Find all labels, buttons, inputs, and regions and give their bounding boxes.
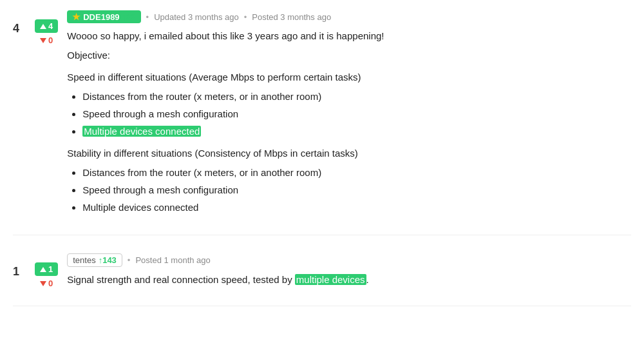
section2-list: Distances from the router (x meters, or … xyxy=(82,165,631,215)
post-body: Woooo so happy, i emailed about this lik… xyxy=(67,28,631,215)
intro-text-after: . xyxy=(366,274,369,285)
downvote-button-2[interactable]: 0 xyxy=(40,279,53,288)
list-item-highlighted: Multiple devices connected xyxy=(82,124,631,139)
section1-heading: Speed in different situations (Average M… xyxy=(67,70,631,85)
post-intro: Woooo so happy, i emailed about this lik… xyxy=(67,28,631,44)
upvote-button[interactable]: 4 xyxy=(35,19,58,33)
list-item: Distances from the router (x meters, or … xyxy=(82,89,631,104)
separator: • xyxy=(146,12,149,22)
list-item: Speed through a mesh configuration xyxy=(82,182,631,198)
highlight-text: Multiple devices connected xyxy=(82,126,201,137)
post-body-2: Signal strength and real connection spee… xyxy=(67,272,631,288)
author-name: DDE1989 xyxy=(83,12,119,22)
list-item: Multiple devices connected xyxy=(82,200,631,215)
author-karma-2: ↑143 xyxy=(99,255,117,265)
post-number: 4 xyxy=(13,22,31,35)
post-meta-2: tentes ↑143 • Posted 1 month ago xyxy=(67,253,631,267)
downvote-count: 0 xyxy=(48,35,53,45)
down-arrow-icon xyxy=(40,38,46,43)
up-arrow-icon xyxy=(40,24,46,29)
post-content: ★ DDE1989 ↑22 • Updated 3 months ago • P… xyxy=(67,10,631,222)
posted-time: Posted 3 months ago xyxy=(252,12,331,22)
objective-label: Objective: xyxy=(67,48,631,63)
author-badge: ★ DDE1989 ↑22 xyxy=(67,10,140,23)
author-badge-2: tentes ↑143 xyxy=(67,253,122,267)
post-item-2: 1 1 0 tentes ↑143 • Posted 1 month ago S… xyxy=(13,253,631,306)
section1-list: Distances from the router (x meters, or … xyxy=(82,89,631,139)
up-arrow-icon-2 xyxy=(40,267,46,272)
post-number-2: 1 xyxy=(13,265,31,279)
post-content-2: tentes ↑143 • Posted 1 month ago Signal … xyxy=(67,253,631,293)
downvote-count-2: 0 xyxy=(48,279,53,288)
upvote-count-2: 1 xyxy=(48,264,53,274)
updated-time: Updated 3 months ago xyxy=(154,12,239,22)
down-arrow-icon-2 xyxy=(40,281,46,286)
post-item: 4 4 0 ★ DDE1989 ↑22 • Updated 3 months a… xyxy=(13,10,631,235)
star-icon: ★ xyxy=(72,12,80,22)
author-name-2: tentes xyxy=(73,255,95,265)
separator-3: • xyxy=(128,255,131,265)
downvote-button[interactable]: 0 xyxy=(40,35,53,45)
highlight-text-2: multiple devices xyxy=(295,274,366,285)
list-item: Distances from the router (x meters, or … xyxy=(82,165,631,181)
post-meta: ★ DDE1989 ↑22 • Updated 3 months ago • P… xyxy=(67,10,631,23)
intro-text-before: Signal strength and real connection spee… xyxy=(67,274,295,285)
list-item: Speed through a mesh configuration xyxy=(82,106,631,122)
posted-time-2: Posted 1 month ago xyxy=(135,255,210,265)
separator2: • xyxy=(244,12,247,22)
section2-heading: Stability in different situations (Consi… xyxy=(67,146,631,161)
vote-column: 4 0 xyxy=(35,19,58,45)
upvote-button-2[interactable]: 1 xyxy=(35,262,58,276)
post-intro-2: Signal strength and real connection spee… xyxy=(67,272,631,288)
vote-column-2: 1 0 xyxy=(35,262,58,288)
upvote-count: 4 xyxy=(48,21,53,31)
author-karma: ↑22 xyxy=(122,12,136,22)
